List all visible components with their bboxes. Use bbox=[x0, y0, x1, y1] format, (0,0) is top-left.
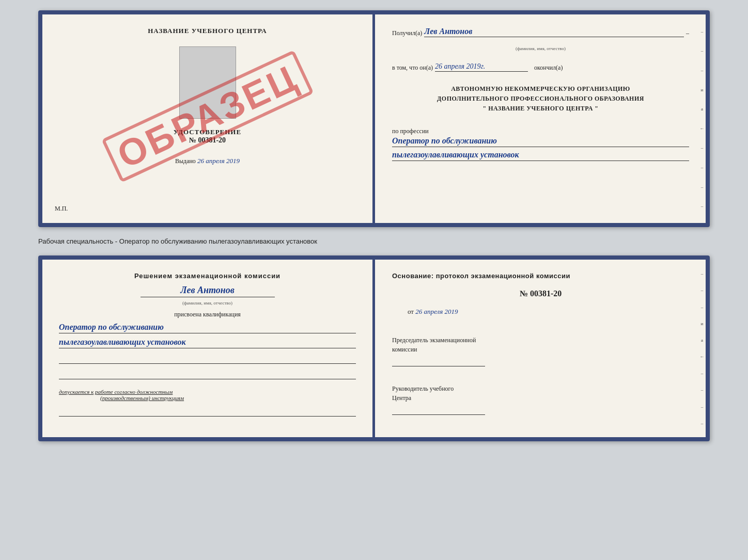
org-line2: ДОПОЛНИТЕЛЬНОГО ПРОФЕССИОНАЛЬНОГО ОБРАЗО… bbox=[392, 94, 689, 104]
in-that-row: в том, что он(а) 26 апреля 2019г. окончи… bbox=[392, 62, 689, 72]
cert-doc-number: № 00381-20 bbox=[174, 136, 241, 145]
received-row: Получил(а) Лев Антонов – bbox=[392, 27, 689, 37]
br-chairman-underline bbox=[392, 356, 485, 366]
br-protocol-number: № 00381-20 bbox=[392, 289, 689, 298]
cert-right-page: Получил(а) Лев Антонов – (фамилия, имя, … bbox=[373, 14, 706, 223]
bottom-right-side-markers: – – – и а ← – – – – bbox=[698, 260, 706, 437]
bl-profession-2: пылегазоулавливающих установок bbox=[59, 338, 356, 348]
bl-name-subtext: (фамилия, имя, отчество) bbox=[59, 300, 356, 306]
bl-name-wrapper: Лев Антонов bbox=[59, 285, 356, 297]
bl-allow-value2: (производственным) инструкциям bbox=[100, 395, 184, 401]
right-side-markers: – – – и а ← – – – – bbox=[698, 14, 706, 223]
cert-mp-label: М.П. bbox=[55, 205, 68, 213]
bl-name: Лев Антонов bbox=[141, 285, 275, 297]
br-chairman-section: Председатель экзаменационной комиссии bbox=[392, 331, 689, 366]
br-director-underline bbox=[392, 405, 485, 415]
received-subtext: (фамилия, имя, отчество) bbox=[392, 46, 689, 51]
profession-section: по профессии Оператор по обслуживанию пы… bbox=[392, 124, 689, 161]
bottom-left-page: Решением экзаменационной комиссии Лев Ан… bbox=[42, 260, 373, 437]
bl-allow-value: работе согласно должностным bbox=[95, 389, 173, 395]
cert-number-section: УДОСТОВЕРЕНИЕ № 00381-20 bbox=[174, 128, 241, 145]
top-certificate-book: НАЗВАНИЕ УЧЕБНОГО ЦЕНТРА УДОСТОВЕРЕНИЕ №… bbox=[38, 10, 710, 227]
br-basis-label: Основание: протокол экзаменационной коми… bbox=[392, 272, 689, 280]
received-name: Лев Антонов bbox=[424, 27, 684, 37]
br-date-prefix: от bbox=[408, 308, 414, 315]
profession-value-2: пылегазоулавливающих установок bbox=[392, 150, 689, 161]
cert-issued: Выдано 26 апреля 2019 bbox=[175, 157, 240, 165]
cert-doc-label: УДОСТОВЕРЕНИЕ bbox=[174, 128, 241, 136]
cert-school-title: НАЗВАНИЕ УЧЕБНОГО ЦЕНТРА bbox=[148, 27, 267, 35]
org-line1: АВТОНОМНУЮ НЕКОММЕРЧЕСКУЮ ОРГАНИЗАЦИЮ bbox=[392, 84, 689, 94]
bl-heading: Решением экзаменационной комиссии bbox=[59, 272, 356, 280]
profession-label: по профессии bbox=[392, 127, 689, 135]
subtitle-text: Рабочая специальность - Оператор по обсл… bbox=[38, 235, 710, 247]
cert-issued-label: Выдано bbox=[175, 157, 196, 165]
received-dash: – bbox=[686, 29, 689, 37]
profession-value-1: Оператор по обслуживанию bbox=[392, 136, 689, 147]
bl-allow: допускается к работе согласно должностны… bbox=[59, 389, 356, 401]
br-chairman-label: Председатель экзаменационной комиссии bbox=[392, 335, 689, 354]
bl-assigned-label: присвоена квалификация bbox=[59, 311, 356, 318]
br-date: от 26 апреля 2019 bbox=[408, 308, 689, 316]
org-block: АВТОНОМНУЮ НЕКОММЕРЧЕСКУЮ ОРГАНИЗАЦИЮ ДО… bbox=[392, 84, 689, 114]
bottom-certificate-book: Решением экзаменационной комиссии Лев Ан… bbox=[38, 255, 710, 441]
bl-profession-1: Оператор по обслуживанию bbox=[59, 323, 356, 333]
br-date-value: 26 апреля 2019 bbox=[415, 308, 458, 315]
photo-placeholder bbox=[179, 46, 236, 119]
org-line3: " НАЗВАНИЕ УЧЕБНОГО ЦЕНТРА " bbox=[392, 104, 689, 114]
document-container: НАЗВАНИЕ УЧЕБНОГО ЦЕНТРА УДОСТОВЕРЕНИЕ №… bbox=[38, 10, 710, 441]
received-label: Получил(а) bbox=[392, 29, 422, 37]
cert-left-page: НАЗВАНИЕ УЧЕБНОГО ЦЕНТРА УДОСТОВЕРЕНИЕ №… bbox=[42, 14, 373, 223]
bl-underline-1 bbox=[59, 356, 356, 364]
in-that-date: 26 апреля 2019г. bbox=[435, 62, 528, 72]
bottom-right-page: Основание: протокол экзаменационной коми… bbox=[373, 260, 706, 437]
in-that-label: в том, что он(а) bbox=[392, 64, 433, 72]
br-director-label: Руководитель учебного Центра bbox=[392, 384, 689, 403]
br-director-section: Руководитель учебного Центра bbox=[392, 380, 689, 415]
bl-underline-2 bbox=[59, 371, 356, 379]
bl-underline-3 bbox=[59, 408, 356, 417]
bl-allow-label: допускается к bbox=[59, 389, 93, 395]
cert-issued-date: 26 апреля 2019 bbox=[197, 157, 240, 165]
finished-label: окончил(а) bbox=[534, 64, 563, 72]
